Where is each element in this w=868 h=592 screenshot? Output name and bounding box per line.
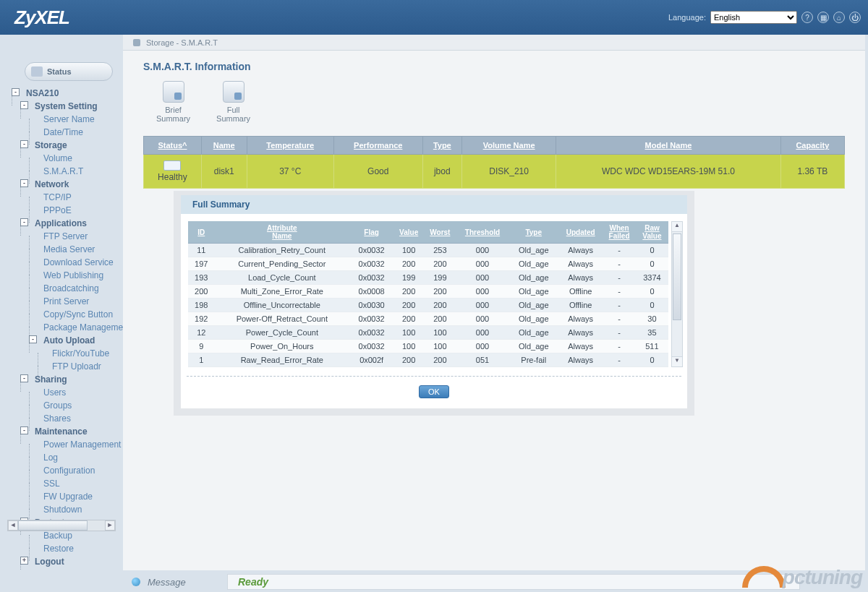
tree-root[interactable]: -NSA210 — [12, 87, 123, 100]
tree-leaf[interactable]: Date/Time — [29, 126, 123, 139]
logout-icon[interactable]: ⏻ — [849, 12, 861, 23]
breadcrumb-text: Storage - S.M.A.R.T — [146, 38, 218, 47]
disk-header[interactable]: Capacity — [780, 137, 844, 155]
smart-header[interactable]: Type — [509, 221, 558, 244]
tree-node[interactable]: -System Setting — [20, 100, 123, 113]
smart-cell: Current_Pending_Sector — [215, 257, 349, 271]
disk-header[interactable]: Status^ — [144, 137, 202, 155]
brief-summary-button[interactable]: Brief Summary — [156, 81, 190, 123]
tree-leaf[interactable]: Volume — [29, 152, 123, 165]
tree-leaf[interactable]: Shutdown — [29, 503, 123, 516]
tree-leaf[interactable]: Log — [29, 451, 123, 464]
smart-cell: 200 — [393, 312, 424, 326]
disk-header[interactable]: Type — [422, 137, 461, 155]
sidebar-hscroll[interactable]: ◄ ► — [7, 520, 116, 531]
about-icon[interactable]: ▦ — [817, 12, 829, 23]
tree-node[interactable]: -Maintenance — [20, 425, 123, 438]
smart-cell: Old_age — [509, 257, 558, 271]
smart-cell: Old_age — [509, 299, 558, 312]
smart-cell: 1 — [188, 353, 215, 367]
tree-leaf[interactable]: Power Management — [29, 438, 123, 451]
tree-leaf[interactable]: Download Service — [29, 256, 123, 269]
language-select[interactable]: English — [710, 11, 797, 24]
disk-header[interactable]: Volume Name — [462, 137, 556, 155]
disk-header[interactable]: Model Name — [556, 137, 780, 155]
disk-type-cell: jbod — [422, 155, 461, 189]
tree-leaf[interactable]: Broadcatching — [29, 282, 123, 295]
smart-cell: 200 — [393, 353, 424, 367]
smart-row: 9Power_On_Hours0x0032100100000Old_ageAlw… — [188, 340, 668, 353]
tree-leaf[interactable]: Shares — [29, 412, 123, 425]
smart-cell: 000 — [456, 312, 509, 326]
tree-node[interactable]: -Applications — [20, 217, 123, 230]
tree-leaf[interactable]: FTP Server — [29, 230, 123, 243]
tree-leaf[interactable]: S.M.A.R.T — [29, 165, 123, 178]
tree-node[interactable]: -Auto Upload — [29, 334, 123, 347]
tree-leaf[interactable]: Configuration — [29, 464, 123, 477]
tree-leaf[interactable]: Package Manageme — [29, 321, 123, 334]
smart-cell: Load_Cycle_Count — [215, 271, 349, 285]
ok-button[interactable]: OK — [419, 385, 449, 398]
tree-leaf[interactable]: FTP Uploadr — [38, 360, 123, 373]
tree-leaf[interactable]: Restore — [29, 542, 123, 555]
modal-vscroll[interactable]: ▲ ▼ — [671, 221, 683, 367]
smart-header[interactable]: Threshold — [456, 221, 509, 244]
tree-leaf[interactable]: SSL — [29, 477, 123, 490]
scroll-up-icon[interactable]: ▲ — [672, 222, 682, 232]
tree-leaf[interactable]: Server Name — [29, 113, 123, 126]
smart-header[interactable]: RawValue — [636, 221, 668, 244]
smart-header[interactable]: Value — [393, 221, 424, 244]
disk-header[interactable]: Name — [201, 137, 247, 155]
statusbar-message-label: Message — [148, 577, 220, 588]
smart-header[interactable]: AttributeName — [215, 221, 349, 244]
smart-cell: 100 — [393, 340, 424, 353]
disk-row[interactable]: Healthy disk1 37 °C Good jbod DISK_210 W… — [144, 155, 845, 189]
tree-leaf[interactable]: Web Publishing — [29, 269, 123, 282]
smart-cell: 30 — [636, 312, 668, 326]
tree-leaf[interactable]: Print Server — [29, 295, 123, 308]
tree-node[interactable]: -Storage — [20, 139, 123, 152]
disk-capacity-cell: 1.36 TB — [780, 155, 844, 189]
smart-header[interactable]: ID — [188, 221, 215, 244]
disk-header[interactable]: Temperature — [247, 137, 333, 155]
full-summary-label: Full Summary — [216, 106, 250, 123]
smart-header[interactable]: WhenFailed — [603, 221, 636, 244]
smart-cell: 200 — [424, 285, 456, 299]
disk-perf-cell: Good — [333, 155, 422, 189]
status-dot-icon — [132, 578, 140, 586]
smart-cell: 198 — [188, 299, 215, 312]
help-icon[interactable]: ? — [801, 12, 813, 23]
smart-cell: 100 — [393, 244, 424, 257]
smart-cell: 000 — [456, 285, 509, 299]
smart-cell: Old_age — [509, 312, 558, 326]
smart-cell: 0x0032 — [349, 257, 393, 271]
sidebar-status-button[interactable]: Status — [25, 62, 113, 81]
brief-summary-label: Brief Summary — [156, 106, 190, 123]
scroll-right-icon[interactable]: ► — [105, 520, 115, 531]
tree-leaf[interactable]: Groups — [29, 399, 123, 412]
tree-leaf[interactable]: Copy/Sync Button — [29, 308, 123, 321]
smart-header[interactable]: Updated — [558, 221, 603, 244]
smart-cell: 200 — [188, 285, 215, 299]
smart-cell: Old_age — [509, 340, 558, 353]
full-summary-button[interactable]: Full Summary — [216, 81, 250, 123]
tree-node[interactable]: -Network — [20, 178, 123, 191]
scroll-left-icon[interactable]: ◄ — [8, 520, 18, 531]
smart-header[interactable]: Worst — [424, 221, 456, 244]
tree-node[interactable]: -Sharing — [20, 373, 123, 386]
disk-header[interactable]: Performance — [333, 137, 422, 155]
smart-cell: 511 — [636, 340, 668, 353]
home-icon[interactable]: ⌂ — [833, 12, 845, 23]
tree-leaf[interactable]: Media Server — [29, 243, 123, 256]
tree-leaf[interactable]: Users — [29, 386, 123, 399]
disk-status-cell: Healthy — [144, 155, 202, 189]
smart-cell: 000 — [456, 299, 509, 312]
scroll-down-icon[interactable]: ▼ — [672, 356, 682, 366]
tree-leaf[interactable]: PPPoE — [29, 204, 123, 217]
smart-header[interactable]: Flag — [349, 221, 393, 244]
tree-leaf[interactable]: FW Upgrade — [29, 490, 123, 503]
tree-leaf[interactable]: Flickr/YouTube — [38, 347, 123, 360]
tree-leaf[interactable]: TCP/IP — [29, 191, 123, 204]
tree-node[interactable]: +Logout — [20, 555, 123, 568]
smart-row: 1Raw_Read_Error_Rate0x002f200200051Pre-f… — [188, 353, 668, 367]
